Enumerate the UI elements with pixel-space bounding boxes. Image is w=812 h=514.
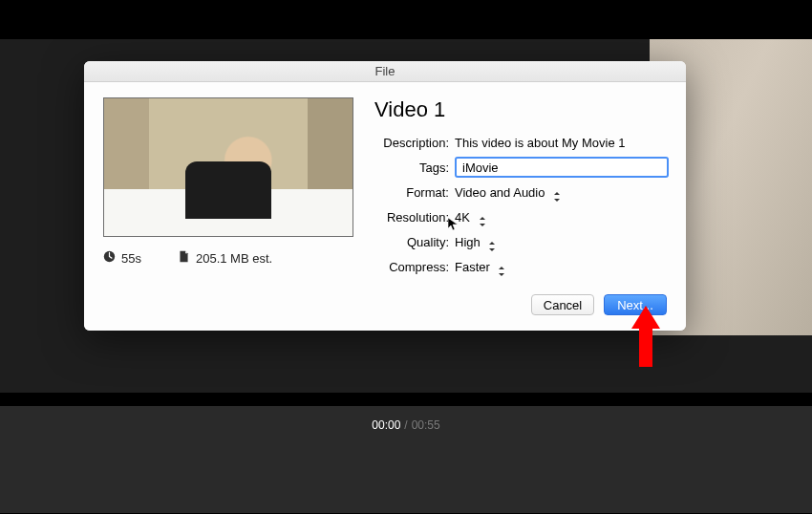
video-thumbnail xyxy=(103,97,353,237)
tags-input[interactable] xyxy=(455,157,669,178)
dialog-title: File xyxy=(84,61,686,82)
duration-meta: 55s xyxy=(103,250,141,266)
value-format: Video and Audio xyxy=(455,185,545,200)
quality-popup[interactable]: High xyxy=(455,235,497,249)
label-description: Description: xyxy=(374,136,449,150)
dialog-footer: Cancel Next... xyxy=(84,289,686,331)
value-compress: Faster xyxy=(455,260,490,274)
dialog-right-column: Video 1 Description: This video is about… xyxy=(374,97,669,281)
field-description: Description: This video is about My Movi… xyxy=(374,132,669,153)
export-heading: Video 1 xyxy=(374,97,669,122)
filesize-value: 205.1 MB est. xyxy=(196,251,272,266)
dialog-left-column: 55s 205.1 MB est. xyxy=(103,97,353,281)
value-resolution: 4K xyxy=(455,210,470,225)
cancel-button[interactable]: Cancel xyxy=(531,294,594,315)
time-separator: / xyxy=(404,418,407,432)
field-tags: Tags: xyxy=(374,157,669,178)
label-tags: Tags: xyxy=(374,161,449,175)
next-button[interactable]: Next... xyxy=(604,294,667,315)
label-resolution: Resolution: xyxy=(374,210,449,225)
field-compress: Compress: Faster xyxy=(374,256,669,277)
duration-value: 55s xyxy=(121,251,141,266)
time-current: 00:00 xyxy=(372,418,400,432)
playhead-time: 00:00/00:55 xyxy=(0,418,812,432)
clock-icon xyxy=(103,250,116,266)
format-popup[interactable]: Video and Audio xyxy=(455,185,562,200)
value-quality: High xyxy=(455,235,481,249)
filesize-meta: 205.1 MB est. xyxy=(178,250,272,266)
field-resolution: Resolution: 4K xyxy=(374,206,669,227)
resolution-popup[interactable]: 4K xyxy=(455,210,487,225)
field-format: Format: Video and Audio xyxy=(374,182,669,203)
value-description[interactable]: This video is about My Movie 1 xyxy=(455,136,625,150)
label-format: Format: xyxy=(374,185,449,200)
export-file-dialog: File 55s 205.1 MB est. Vide xyxy=(84,61,686,331)
label-compress: Compress: xyxy=(374,260,449,274)
label-quality: Quality: xyxy=(374,235,449,249)
time-total: 00:55 xyxy=(412,418,440,432)
field-quality: Quality: High xyxy=(374,231,669,252)
file-icon xyxy=(178,250,190,266)
dialog-body: 55s 205.1 MB est. Video 1 Description: T… xyxy=(84,82,686,289)
compress-popup[interactable]: Faster xyxy=(455,260,506,274)
export-meta: 55s 205.1 MB est. xyxy=(103,250,353,266)
